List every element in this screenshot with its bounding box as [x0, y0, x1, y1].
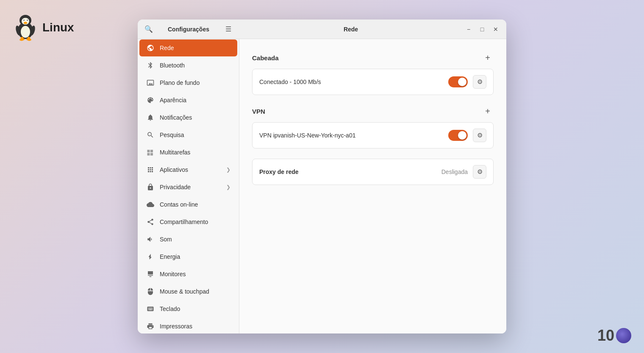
rede-icon	[146, 44, 155, 52]
sidebar-label-energia: Energia	[160, 253, 230, 260]
multi-icon	[146, 148, 155, 157]
sidebar-item-energia[interactable]: Energia	[139, 248, 237, 265]
sidebar-label-contas: Contas on-line	[160, 201, 230, 208]
share-icon	[146, 218, 155, 226]
vpn-card: VPN ipvanish-US-New-York-nyc-a01 ⚙	[252, 122, 494, 148]
titlebar: 🔍 Configurações ☰ Rede − □ ✕	[138, 20, 506, 39]
svg-point-6	[23, 20, 24, 20]
cabeada-title: Cabeada	[252, 54, 279, 62]
settings-window: 🔍 Configurações ☰ Rede − □ ✕ Rede	[138, 20, 506, 333]
window-controls: − □ ✕	[462, 23, 506, 36]
version-badge: 10	[597, 327, 631, 345]
sidebar-item-multitarefas[interactable]: Multitarefas	[139, 144, 237, 161]
vpn-gear-button[interactable]: ⚙	[473, 129, 486, 142]
energia-icon	[146, 252, 155, 261]
menu-button[interactable]: ☰	[222, 22, 235, 36]
contas-icon	[146, 200, 155, 209]
main-panel: Cabeada + Conectado - 1000 Mb/s ⚙	[239, 39, 506, 333]
proxy-section: Proxy de rede Desligada ⚙	[252, 159, 494, 185]
sidebar-item-impressoras[interactable]: Impressoras	[139, 318, 237, 333]
sidebar-label-apps: Aplicativos	[160, 166, 221, 173]
sidebar-item-notificacoes[interactable]: Notificações	[139, 109, 237, 126]
proxy-row: Proxy de rede Desligada ⚙	[253, 159, 493, 185]
svg-rect-12	[28, 37, 30, 40]
sidebar-item-privacidade[interactable]: Privacidade ❯	[139, 179, 237, 196]
sidebar-item-rede[interactable]: Rede	[139, 39, 237, 56]
vpn-header: VPN +	[252, 105, 494, 117]
mouse-icon	[146, 287, 155, 296]
cabeada-add-button[interactable]: +	[482, 52, 494, 64]
vpn-title: VPN	[252, 108, 265, 115]
close-button[interactable]: ✕	[489, 23, 502, 36]
sidebar-label-notif: Notificações	[160, 114, 230, 121]
titlebar-center: Rede	[239, 26, 462, 33]
svg-rect-11	[21, 37, 23, 40]
aparencia-icon	[146, 96, 155, 104]
tux-icon	[13, 13, 38, 42]
vpn-label: VPN ipvanish-US-New-York-nyc-a01	[259, 132, 443, 139]
sidebar-label-teclado: Teclado	[160, 305, 230, 312]
vpn-add-button[interactable]: +	[482, 105, 494, 117]
sidebar-item-pesquisa[interactable]: Pesquisa	[139, 126, 237, 143]
sidebar-label-aparencia: Aparência	[160, 97, 230, 104]
sidebar-title: Configurações	[159, 26, 218, 33]
apps-chevron: ❯	[226, 167, 230, 173]
sidebar: Rede Bluetooth Plano de fundo	[138, 39, 239, 333]
sidebar-label-bluetooth: Bluetooth	[160, 62, 230, 69]
menu-icon: ☰	[225, 25, 231, 33]
wired-toggle[interactable]	[448, 76, 468, 87]
wired-label: Conectado - 1000 Mb/s	[259, 78, 443, 85]
linux-logo: Linux	[13, 13, 74, 42]
sidebar-label-monitores: Monitores	[160, 271, 230, 277]
cabeada-header: Cabeada +	[252, 52, 494, 64]
plano-icon	[146, 78, 155, 87]
sidebar-label-multi: Multitarefas	[160, 149, 230, 156]
sidebar-item-monitores[interactable]: Monitores	[139, 266, 237, 283]
svg-point-8	[24, 22, 27, 24]
sidebar-item-plano-de-fundo[interactable]: Plano de fundo	[139, 74, 237, 91]
vpn-toggle-slider	[448, 130, 468, 141]
svg-point-7	[27, 20, 28, 20]
maximize-button[interactable]: □	[476, 23, 489, 36]
vpn-section: VPN + VPN ipvanish-US-New-York-nyc-a01 ⚙	[252, 105, 494, 148]
sidebar-item-teclado[interactable]: Teclado	[139, 300, 237, 317]
sidebar-label-plano: Plano de fundo	[160, 79, 230, 86]
sidebar-item-contas[interactable]: Contas on-line	[139, 196, 237, 213]
priv-chevron: ❯	[226, 184, 230, 190]
sidebar-item-aparencia[interactable]: Aparência	[139, 92, 237, 109]
sidebar-item-mouse[interactable]: Mouse & touchpad	[139, 283, 237, 300]
wired-gear-button[interactable]: ⚙	[473, 75, 486, 89]
logo-text: Linux	[42, 21, 74, 34]
printer-icon	[146, 322, 155, 331]
wired-row: Conectado - 1000 Mb/s ⚙	[253, 69, 493, 95]
sidebar-item-aplicativos[interactable]: Aplicativos ❯	[139, 161, 237, 178]
search-icon: 🔍	[144, 25, 153, 33]
proxy-gear-button[interactable]: ⚙	[473, 165, 486, 179]
minimize-button[interactable]: −	[462, 23, 475, 36]
sidebar-item-som[interactable]: Som	[139, 231, 237, 248]
sidebar-item-bluetooth[interactable]: Bluetooth	[139, 57, 237, 74]
cabeada-card: Conectado - 1000 Mb/s ⚙	[252, 69, 494, 95]
priv-icon	[146, 183, 155, 191]
vpn-toggle[interactable]	[448, 130, 468, 141]
cabeada-section: Cabeada + Conectado - 1000 Mb/s ⚙	[252, 52, 494, 95]
teclado-icon	[146, 305, 155, 313]
version-circle	[616, 328, 631, 343]
sidebar-label-som: Som	[160, 236, 230, 243]
vpn-row: VPN ipvanish-US-New-York-nyc-a01 ⚙	[253, 123, 493, 148]
notif-icon	[146, 113, 155, 122]
sidebar-item-compartilhamento[interactable]: Compartilhamento	[139, 213, 237, 230]
monitor-icon	[146, 270, 155, 278]
apps-icon	[146, 165, 155, 174]
sidebar-label-pesquisa: Pesquisa	[160, 132, 230, 138]
proxy-value: Desligada	[441, 168, 468, 175]
sidebar-label-priv: Privacidade	[160, 184, 221, 191]
wired-toggle-slider	[448, 76, 468, 87]
window-content: Rede Bluetooth Plano de fundo	[138, 39, 506, 333]
titlebar-left: 🔍 Configurações ☰	[138, 22, 239, 36]
proxy-card: Proxy de rede Desligada ⚙	[252, 159, 494, 185]
sidebar-label-mouse: Mouse & touchpad	[160, 288, 230, 295]
window-title: Rede	[344, 26, 358, 33]
search-button[interactable]: 🔍	[142, 22, 155, 36]
sidebar-label-impressoras: Impressoras	[160, 323, 230, 330]
